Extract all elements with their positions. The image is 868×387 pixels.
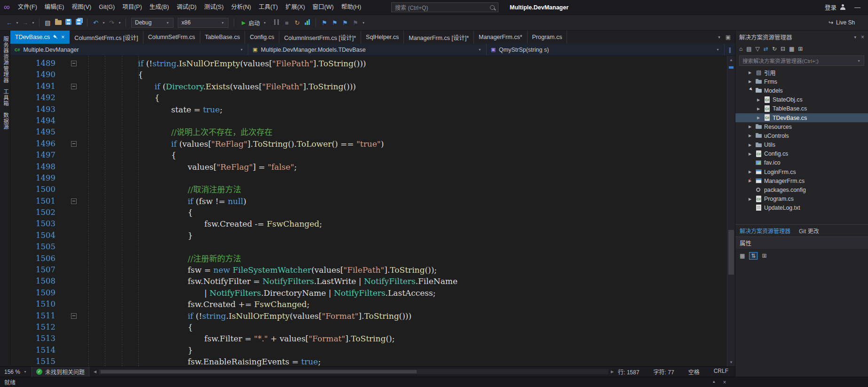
line-number[interactable]: 1500 (10, 184, 55, 195)
spaces-indicator[interactable]: 空格 (688, 368, 700, 376)
save-all-button[interactable] (74, 19, 83, 26)
line-number[interactable]: 1491 (10, 81, 55, 92)
show-all-files-icon[interactable]: ▦ (789, 46, 794, 52)
line-number[interactable]: 1499 (10, 173, 55, 184)
solution-configuration-dropdown[interactable]: Debug (131, 18, 174, 28)
scrollbar-thumb[interactable] (728, 230, 734, 275)
tree-item-fav.ico[interactable]: fav.ico (735, 158, 868, 167)
menu-test[interactable]: 测试(S) (200, 0, 228, 15)
menu-tools[interactable]: 工具(T) (255, 0, 282, 15)
refresh-icon[interactable]: ↻ (772, 46, 777, 52)
panel-tab-solution-explorer[interactable]: 解决方案资源管理器 (735, 225, 795, 237)
code-text[interactable]: if (Directory.Exists(values["FilePath"].… (88, 81, 356, 92)
code-text[interactable]: { (88, 92, 160, 103)
line-number[interactable]: 1495 (10, 126, 55, 138)
expand-arrow-icon[interactable]: ▶ (749, 125, 755, 129)
code-text[interactable]: //取消注册方法 (88, 184, 241, 195)
menu-build[interactable]: 生成(B) (146, 0, 173, 15)
line-number[interactable]: 1490 (10, 69, 55, 80)
redo-icon[interactable]: ↷ (107, 19, 116, 26)
document-health-indicator[interactable]: ✓ 未找到相关问题 (32, 367, 89, 377)
fold-collapse-icon[interactable]: − (71, 61, 77, 66)
menu-debug[interactable]: 调试(D) (173, 0, 200, 15)
horizontal-scroll-thumb[interactable] (101, 370, 417, 373)
expand-arrow-icon[interactable]: ▶ (757, 116, 764, 120)
line-number[interactable]: 1513 (10, 333, 55, 344)
doc-tab-0[interactable]: TDevBase.cs× (10, 31, 70, 44)
properties-panel-header[interactable]: 属性 (735, 237, 868, 249)
line-number[interactable]: 1515 (10, 356, 55, 366)
doc-tab-6[interactable]: SqlHelper.cs (361, 31, 404, 44)
tree-item-tdevbase.cs[interactable]: ▶C#TDevBase.cs (735, 113, 868, 122)
code-text[interactable]: { (88, 322, 193, 333)
scroll-up-icon[interactable]: ▲ (727, 58, 735, 62)
fold-collapse-icon[interactable]: − (71, 198, 77, 204)
sync-with-active-document-icon[interactable]: ⇄ (764, 46, 768, 52)
line-number[interactable]: 1511 (10, 310, 55, 322)
tree-item-frms[interactable]: ▶Frms (735, 77, 868, 86)
panel-tab-git-changes[interactable]: Git 更改 (795, 225, 823, 237)
hot-reload-icon[interactable]: ↻ (292, 19, 301, 26)
navigate-forward-icon[interactable]: → (21, 19, 30, 26)
expand-arrow-icon[interactable]: ▶ (749, 143, 755, 147)
zoom-dropdown[interactable]: 156 % (0, 369, 32, 375)
active-files-dropdown-icon[interactable]: ▾ (718, 35, 720, 39)
doc-tab-4[interactable]: Config.cs (245, 31, 279, 44)
break-all-button[interactable] (272, 19, 281, 26)
alphabetical-icon[interactable]: ⇅ (749, 252, 758, 260)
char-indicator[interactable]: 字符: 77 (654, 368, 674, 376)
code-text[interactable]: if (!string.IsNullOrEmpty(values["Format… (88, 310, 411, 322)
line-number[interactable]: 1497 (10, 150, 55, 161)
line-number[interactable]: 1501 (10, 196, 55, 207)
line-number[interactable]: 1507 (10, 264, 55, 276)
tree-item-loginfrm.cs[interactable]: ▶LoginFrm.cs (735, 167, 868, 176)
tree-item-updatelog.txt[interactable]: UpdateLog.txt (735, 204, 868, 213)
line-number[interactable]: 1503 (10, 218, 55, 229)
line-ending-indicator[interactable]: CRLF (714, 368, 728, 376)
navigate-back-icon[interactable]: ← (5, 19, 14, 26)
menu-view[interactable]: 视图(V) (68, 0, 95, 15)
close-tab-icon[interactable]: × (61, 34, 64, 40)
tree-item-ucontrols[interactable]: ▶uControls (735, 131, 868, 140)
navigate-back-caret-icon[interactable] (15, 21, 19, 25)
performance-profiler-button[interactable] (303, 19, 312, 26)
menu-edit[interactable]: 编辑(E) (41, 0, 68, 15)
code-text[interactable]: { (88, 69, 143, 80)
doc-tab-1[interactable]: ColumnSetFrm.cs [设计] (70, 31, 143, 44)
code-text[interactable]: //注册新的方法 (88, 253, 241, 264)
fold-collapse-icon[interactable]: − (71, 84, 77, 89)
code-text[interactable]: values["ReFlag"] = "false"; (88, 161, 297, 173)
line-number[interactable]: 1489 (10, 58, 55, 69)
live-share-button[interactable]: ↪ Live Sh (829, 19, 868, 26)
save-button[interactable] (64, 19, 73, 26)
code-editor[interactable]: 1489−if (!string.IsNullOrEmpty(values["F… (10, 56, 735, 366)
redo-caret-icon[interactable] (118, 21, 122, 25)
line-number[interactable]: 1492 (10, 92, 55, 103)
next-bookmark-icon[interactable]: ⚑ (340, 19, 349, 26)
toggle-bookmark-icon[interactable]: ⚑ (320, 19, 329, 26)
tree-item-managerfrm.cs[interactable]: ▶✓ManagerFrm.cs (735, 176, 868, 185)
previous-bookmark-icon[interactable]: ⚑ (330, 19, 339, 26)
tree-item-packages.config[interactable]: packages.config (735, 185, 868, 194)
new-project-icon[interactable]: ▤ (43, 19, 52, 26)
line-number[interactable]: 1512 (10, 322, 55, 333)
solution-search-input[interactable]: 搜索解决方案资源管理器(Ctrl+;) (739, 55, 864, 66)
tree-item-stateobj.cs[interactable]: ▶C#StateObj.cs (735, 95, 868, 104)
line-number[interactable]: 1493 (10, 104, 55, 115)
tree-item-models[interactable]: ▶Models (735, 86, 868, 95)
expand-arrow-icon[interactable]: ▶ (749, 134, 755, 138)
menu-window[interactable]: 窗口(W) (309, 0, 338, 15)
properties-icon[interactable]: ⊞ (798, 46, 803, 52)
code-text[interactable]: } (88, 345, 193, 356)
stop-debugging-icon[interactable]: ■ (282, 19, 291, 26)
horizontal-scrollbar[interactable]: ◀ ▶ (94, 369, 614, 374)
float-window-icon[interactable]: ▣ (726, 34, 731, 40)
tree-item-resources[interactable]: ▶Resources (735, 122, 868, 131)
vertical-scrollbar[interactable]: ▲ ▼ (727, 56, 735, 366)
home-icon[interactable]: ⌂ (739, 46, 742, 52)
code-text[interactable]: fsw.Created += FswChanged; (88, 299, 309, 310)
pin-icon[interactable] (52, 34, 59, 40)
code-text[interactable]: //说明上次不存在，此次存在 (88, 126, 272, 138)
tool-tab-toolbox[interactable]: 工具箱 (2, 89, 9, 107)
code-text[interactable]: fsw.NotifyFilter = NotifyFilters.LastWri… (88, 276, 458, 287)
